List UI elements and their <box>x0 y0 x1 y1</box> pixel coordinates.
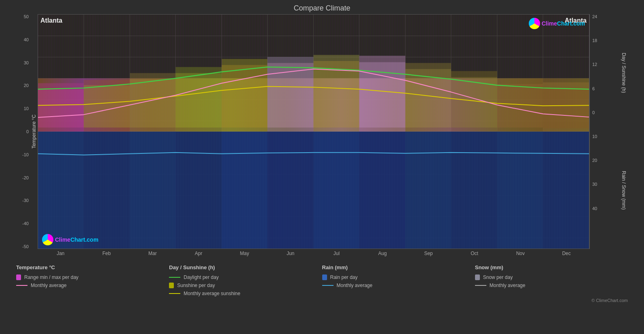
legend-title-sunshine: Day / Sunshine (h) <box>169 264 322 270</box>
svg-rect-63 <box>175 132 222 249</box>
logo-bottom-left: ClimeChart.com <box>42 234 98 245</box>
right-axis-top: 24 18 12 6 0 10 20 30 40 <box>589 14 612 249</box>
legend-title-temp: Temperature °C <box>16 264 169 270</box>
legend-swatch-rain <box>322 274 327 280</box>
svg-rect-62 <box>130 132 175 249</box>
x-tick-sep: Sep <box>405 251 452 256</box>
logo-top-right: ClimeChart.com <box>529 18 585 29</box>
svg-rect-57 <box>543 88 589 128</box>
legend-item-sunshine: Sunshine per day <box>169 283 322 288</box>
x-tick-jun: Jun <box>268 251 314 256</box>
legend-section-rain: Rain (mm) Rain per day Monthly average <box>322 264 475 296</box>
logo-icon-top <box>529 18 540 29</box>
svg-rect-70 <box>497 132 543 249</box>
legend-title-snow: Snow (mm) <box>475 264 628 270</box>
city-label-left: Atlanta <box>40 17 62 24</box>
svg-rect-69 <box>451 132 497 249</box>
legend-label-rain-avg: Monthly average <box>337 283 373 288</box>
left-tick-n10: -10 <box>8 152 29 157</box>
left-tick-n20: -20 <box>8 175 29 180</box>
legend-section-snow: Snow (mm) Snow per day Monthly average <box>475 264 628 296</box>
svg-rect-71 <box>543 132 589 249</box>
right-tick-r0: 0 <box>592 110 612 115</box>
legend-item-snow-avg: Monthly average <box>475 283 628 288</box>
x-tick-may: May <box>222 251 268 256</box>
right-tick-rain-20: 20 <box>592 158 612 163</box>
x-tick-feb: Feb <box>84 251 130 256</box>
chart-area: Atlanta Atlanta ClimeChart.com ClimeChar… <box>38 14 589 249</box>
legend-item-temp-avg: Monthly average <box>16 283 169 288</box>
legend-item-snow: Snow per day <box>475 274 628 280</box>
logo-icon-bottom <box>42 234 53 245</box>
legend: Temperature °C Range min / max per day M… <box>8 258 636 296</box>
copyright: © ClimeChart.com <box>8 296 636 303</box>
logo-text-bottom: ClimeChart.com <box>55 236 98 243</box>
svg-rect-61 <box>84 132 130 249</box>
x-tick-aug: Aug <box>359 251 405 256</box>
left-tick-n50: -50 <box>8 244 29 249</box>
right-tick-6: 6 <box>592 86 612 91</box>
legend-section-temperature: Temperature °C Range min / max per day M… <box>16 264 169 296</box>
x-tick-jul: Jul <box>314 251 360 256</box>
x-tick-dec: Dec <box>543 251 589 256</box>
legend-title-rain: Rain (mm) <box>322 264 475 270</box>
legend-label-sunshine-avg: Monthly average sunshine <box>184 291 240 296</box>
svg-rect-35 <box>38 89 84 128</box>
legend-item-rain-avg: Monthly average <box>322 283 475 288</box>
left-tick-30: 30 <box>8 60 29 65</box>
left-tick-50: 50 <box>8 14 29 19</box>
svg-rect-51 <box>405 69 451 128</box>
x-tick-oct: Oct <box>452 251 498 256</box>
legend-label-temp-range: Range min / max per day <box>24 274 78 280</box>
legend-label-rain: Rain per day <box>330 274 358 280</box>
right-tick-rain-30: 30 <box>592 182 612 187</box>
page-title: Compare Climate <box>0 0 644 14</box>
legend-item-rain: Rain per day <box>322 274 475 280</box>
right-axis-bottom-label: Rain / Snow (mm) <box>621 171 627 210</box>
left-y-axis: 50 40 30 20 10 0 -10 -20 -30 -40 -50 <box>8 14 30 249</box>
logo-text-top: ClimeChart.com <box>542 20 585 27</box>
legend-label-snow-avg: Monthly average <box>490 283 526 288</box>
x-tick-mar: Mar <box>130 251 176 256</box>
legend-label-daylight: Daylight per day <box>184 274 219 280</box>
svg-rect-60 <box>38 132 84 249</box>
legend-line-rain-avg <box>322 285 334 286</box>
left-tick-20: 20 <box>8 83 29 88</box>
svg-rect-66 <box>314 132 359 249</box>
legend-label-snow: Snow per day <box>483 274 513 280</box>
right-tick-18: 18 <box>592 38 612 43</box>
svg-rect-65 <box>267 132 313 249</box>
left-tick-40: 40 <box>8 37 29 42</box>
right-tick-24: 24 <box>592 14 612 19</box>
x-tick-jan: Jan <box>38 251 84 256</box>
left-tick-n30: -30 <box>8 198 29 203</box>
legend-line-temp-avg <box>16 285 27 286</box>
left-tick-n40: -40 <box>8 221 29 226</box>
legend-item-temp-range: Range min / max per day <box>16 274 169 280</box>
left-axis-label-container: Temperature °C <box>30 14 38 249</box>
svg-rect-64 <box>222 132 267 249</box>
legend-section-sunshine: Day / Sunshine (h) Daylight per day Suns… <box>169 264 322 296</box>
legend-item-sunshine-avg: Monthly average sunshine <box>169 291 322 296</box>
legend-label-temp-avg: Monthly average <box>31 283 67 288</box>
svg-rect-68 <box>405 132 451 249</box>
legend-swatch-temp <box>16 274 21 280</box>
right-axis-top-label: Day / Sunshine (h) <box>621 53 627 93</box>
legend-swatch-snow <box>475 274 480 280</box>
svg-rect-41 <box>175 73 222 128</box>
right-tick-rain-10: 10 <box>592 134 612 139</box>
left-tick-0: 0 <box>8 129 29 134</box>
right-tick-12: 12 <box>592 62 612 67</box>
chart-svg <box>38 15 589 249</box>
legend-swatch-sunshine <box>169 283 174 288</box>
svg-rect-67 <box>359 132 405 249</box>
legend-line-sunshine-avg <box>169 293 180 294</box>
svg-rect-43 <box>222 65 267 128</box>
svg-rect-45 <box>267 63 313 128</box>
left-axis-label: Temperature °C <box>31 115 37 149</box>
x-tick-nov: Nov <box>498 251 544 256</box>
legend-line-daylight <box>169 277 180 278</box>
x-axis: Jan Feb Mar Apr May Jun Jul Aug Sep Oct … <box>38 249 589 258</box>
right-axis-labels-container: Day / Sunshine (h) Rain / Snow (mm) <box>612 14 636 249</box>
left-tick-10: 10 <box>8 106 29 111</box>
